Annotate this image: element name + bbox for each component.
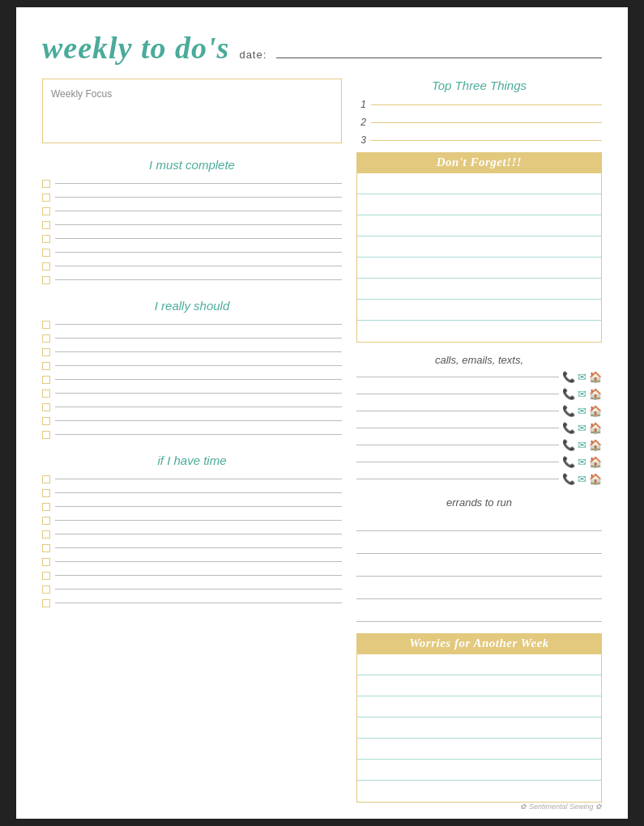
list-item — [42, 417, 342, 425]
top-three-heading: Top Three Things — [356, 79, 602, 92]
list-item — [42, 390, 342, 398]
home-icon: 🏠 — [589, 388, 602, 400]
phone-icon: 📞 — [562, 371, 575, 383]
checkbox[interactable] — [42, 431, 50, 439]
checkbox[interactable] — [42, 180, 50, 188]
list-item — [42, 348, 342, 356]
top-three-list: 1 2 3 — [356, 99, 602, 146]
df-row — [357, 173, 601, 194]
checkbox[interactable] — [42, 544, 50, 552]
home-icon: 🏠 — [589, 405, 602, 417]
checkbox[interactable] — [42, 403, 50, 411]
list-item — [42, 249, 342, 257]
list-item — [42, 544, 342, 552]
phone-icon: 📞 — [562, 473, 575, 485]
contact-line — [356, 445, 559, 445]
checkbox[interactable] — [42, 503, 50, 511]
email-icon: ✉ — [578, 422, 586, 434]
list-item — [42, 262, 342, 270]
errand-line — [356, 513, 602, 531]
checkbox[interactable] — [42, 207, 50, 215]
checkbox[interactable] — [42, 362, 50, 370]
checkbox[interactable] — [42, 348, 50, 356]
must-complete-heading: I must complete — [42, 158, 342, 172]
check-line — [55, 224, 342, 225]
list-item — [42, 180, 342, 188]
checkbox[interactable] — [42, 599, 50, 607]
checkbox[interactable] — [42, 558, 50, 566]
checkbox[interactable] — [42, 572, 50, 580]
df-row — [357, 236, 601, 258]
list-item — [42, 475, 342, 483]
check-line — [55, 351, 342, 352]
checkbox[interactable] — [42, 585, 50, 594]
list-item: 3 — [356, 134, 602, 146]
really-should-list — [42, 321, 342, 439]
checkbox[interactable] — [42, 376, 50, 384]
check-line — [55, 506, 342, 507]
calls-heading: calls, emails, texts, — [356, 354, 602, 366]
checkbox[interactable] — [42, 194, 50, 202]
w-row — [357, 760, 601, 781]
contact-line — [356, 411, 559, 411]
df-row — [357, 279, 601, 300]
list-item — [42, 517, 342, 525]
w-row — [357, 781, 601, 802]
if-have-time-list — [42, 475, 342, 607]
home-icon: 🏠 — [589, 422, 602, 434]
page-header: weekly to do's date: — [42, 30, 602, 66]
checkbox[interactable] — [42, 390, 50, 398]
checkbox[interactable] — [42, 334, 50, 343]
checkbox[interactable] — [42, 276, 50, 284]
list-item — [42, 376, 342, 384]
check-line — [55, 211, 342, 211]
contact-row: 📞 ✉ 🏠 — [356, 388, 602, 400]
check-line — [55, 252, 342, 253]
checkbox[interactable] — [42, 221, 50, 229]
checkbox[interactable] — [42, 249, 50, 257]
contact-line — [356, 462, 559, 462]
list-item — [42, 221, 342, 229]
num-label: 2 — [356, 117, 366, 128]
w-row — [357, 675, 601, 696]
contact-icons: 📞 ✉ 🏠 — [562, 388, 602, 400]
check-line — [55, 420, 342, 421]
checkbox[interactable] — [42, 517, 50, 525]
contact-row: 📞 ✉ 🏠 — [356, 405, 602, 417]
date-line — [276, 57, 602, 58]
list-item — [42, 503, 342, 511]
check-line — [55, 534, 342, 534]
checkbox[interactable] — [42, 321, 50, 329]
errand-line — [356, 604, 602, 622]
checkbox[interactable] — [42, 489, 50, 497]
list-item — [42, 530, 342, 539]
phone-icon: 📞 — [562, 388, 575, 400]
home-icon: 🏠 — [589, 473, 602, 485]
errands-heading: errands to run — [356, 496, 602, 509]
contact-line — [356, 479, 559, 479]
list-item — [42, 585, 342, 594]
checkbox[interactable] — [42, 262, 50, 270]
checkbox[interactable] — [42, 475, 50, 483]
list-item — [42, 489, 342, 497]
contact-row: 📞 ✉ 🏠 — [356, 439, 602, 451]
list-item: 2 — [356, 117, 602, 128]
checkbox[interactable] — [42, 417, 50, 425]
phone-icon: 📞 — [562, 422, 575, 434]
check-line — [55, 434, 342, 435]
check-line — [55, 393, 342, 394]
email-icon: ✉ — [578, 371, 586, 383]
check-line — [55, 602, 342, 603]
check-line — [55, 520, 342, 521]
check-line — [55, 338, 342, 338]
list-item — [42, 558, 342, 566]
check-line — [55, 479, 342, 479]
weekly-focus-label: Weekly Focus — [51, 88, 112, 100]
weekly-focus-box[interactable]: Weekly Focus — [42, 79, 342, 143]
num-label: 1 — [356, 99, 366, 110]
list-item — [42, 431, 342, 439]
email-icon: ✉ — [578, 439, 586, 451]
w-row — [357, 654, 601, 675]
checkbox[interactable] — [42, 235, 50, 243]
checkbox[interactable] — [42, 530, 50, 539]
